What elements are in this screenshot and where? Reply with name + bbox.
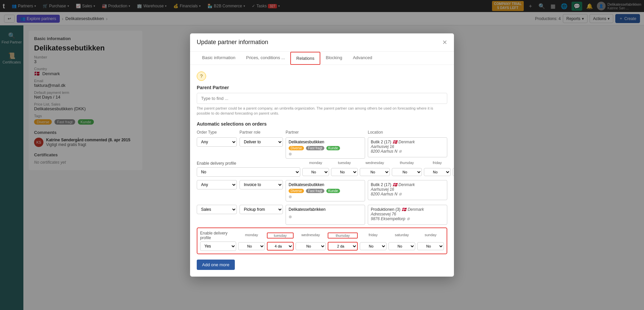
remove-location-2[interactable]: ⊗	[398, 192, 402, 196]
monday-header-2: monday	[238, 233, 265, 238]
tuesday-header-2: tuesday	[267, 232, 294, 239]
help-icon[interactable]: ?	[197, 71, 206, 81]
partner-name-2: Delikatesesbutikken	[289, 182, 362, 187]
wednesday-header-2: wednesday	[296, 233, 326, 238]
remove-location-1[interactable]: ⊗	[398, 149, 402, 154]
thursday-select-1[interactable]: No	[392, 168, 422, 176]
day-monday-header: monday	[302, 161, 329, 166]
partner-name-1: Delikatesesbutikken	[289, 140, 362, 144]
tag-kunde-2: Kunde	[326, 189, 340, 193]
tab-advanced[interactable]: Advanced	[347, 52, 377, 64]
modal-title: Update partner information	[197, 39, 268, 46]
thursday-select-2[interactable]: 2 daNo	[328, 242, 358, 251]
partner-role-select-3[interactable]: Pickup fromDeliver toInvoice to	[239, 205, 283, 214]
thursday-header-2: thursday	[328, 232, 358, 239]
parent-partner-hint: The parent partner could be a parent com…	[197, 106, 447, 116]
day-wednesday-header: wednesday	[360, 161, 390, 166]
partner-role-select-1[interactable]: Deliver toInvoice toPickup from	[239, 137, 283, 147]
tuesday-select-2[interactable]: 4 daNo	[267, 242, 294, 251]
remove-location-3[interactable]: ⊗	[407, 216, 410, 221]
partner-box-3: Delikatessefabrikken ⊗	[286, 205, 365, 225]
saturday-header-2: saturday	[388, 233, 415, 238]
monday-select-2[interactable]: NoYes	[238, 242, 265, 250]
delivery-profile-label-2: Enable delivery profile	[200, 231, 236, 240]
location-box-2: Butik 2 (17) 🇩🇰 Denmark Aarhusvej 16 820…	[368, 180, 447, 200]
order-row-2: AnySales Invoice toDeliver toPickup from…	[197, 180, 447, 201]
delivery-profile-select-2[interactable]: YesNo	[200, 242, 236, 251]
tag-kunde-1: Kunde	[326, 146, 340, 150]
partner-box-1: Delikatesesbutikken Diverse Fast fragt K…	[286, 137, 365, 159]
auto-section-title: Automatic selections on orders	[197, 121, 447, 127]
modal-body: ? Parent Partner The parent partner coul…	[190, 65, 454, 277]
order-type-select-2[interactable]: AnySales	[197, 180, 237, 189]
order-type-select-3[interactable]: SalesAnyPurchase	[197, 205, 237, 214]
location-box-3: Produktionen (3) 🇩🇰 Denmark Adressevej 7…	[368, 205, 447, 225]
parent-partner-input[interactable]	[197, 93, 447, 104]
day-friday-header: friday	[424, 161, 451, 166]
order-row-3: SalesAnyPurchase Pickup fromDeliver toIn…	[197, 205, 447, 225]
tuesday-select-1[interactable]: NoYes	[331, 168, 358, 176]
day-tuesday-header: tuesday	[331, 161, 358, 166]
location-name-1: Butik 2 (17)	[371, 140, 391, 144]
delivery-profile-row-2-highlighted: Enable delivery profile monday tuesday w…	[197, 227, 447, 254]
tag-diverse-2: Diverse	[289, 189, 304, 193]
modal-overlay: Update partner information ✕ Basic infor…	[0, 0, 644, 310]
partner-role-select-2[interactable]: Invoice toDeliver toPickup from	[239, 180, 283, 189]
tag-fastfragt-1: Fast fragt	[306, 146, 324, 150]
sunday-select-2[interactable]: No	[417, 242, 444, 250]
add-one-more-button[interactable]: Add one more	[197, 260, 235, 270]
location-box-1: Butik 2 (17) 🇩🇰 Denmark Aarhusvej 16 820…	[368, 137, 447, 157]
monday-select-1[interactable]: NoYes	[302, 168, 329, 176]
friday-select-2[interactable]: No	[360, 242, 386, 250]
parent-partner-label: Parent Partner	[197, 85, 447, 90]
tab-blocking[interactable]: Blocking	[320, 52, 347, 64]
wednesday-select-2[interactable]: No	[296, 242, 326, 250]
modal-close-button[interactable]: ✕	[442, 39, 447, 46]
remove-partner-3[interactable]: ⊗	[289, 214, 292, 219]
column-headers-row: Order Type Partner role Partner Location	[197, 130, 447, 136]
delivery-profile-row-1: Enable delivery profile monday tuesday w…	[197, 161, 447, 177]
col-location: Location	[368, 130, 447, 136]
wednesday-select-1[interactable]: No	[360, 168, 390, 176]
friday-header-2: friday	[360, 233, 386, 238]
modal-header: Update partner information ✕	[190, 33, 454, 52]
tag-fastfragt-2: Fast fragt	[306, 189, 324, 193]
delivery-profile-select-1[interactable]: NoYes	[197, 167, 300, 177]
tab-prices-conditions[interactable]: Prices, conditions ...	[241, 52, 290, 64]
col-order-type: Order Type	[197, 130, 237, 136]
update-partner-modal: Update partner information ✕ Basic infor…	[190, 33, 454, 277]
tab-basic-information[interactable]: Basic information	[197, 52, 241, 64]
delivery-profile-label-1: Enable delivery profile	[197, 161, 236, 166]
col-partner-role: Partner role	[239, 130, 283, 136]
tab-relations[interactable]: Relations	[290, 52, 320, 65]
partner-name-3: Delikatessefabrikken	[289, 207, 362, 212]
modal-tabs: Basic information Prices, conditions ...…	[190, 52, 454, 65]
friday-select-1[interactable]: No	[424, 168, 451, 176]
remove-partner-2[interactable]: ⊗	[289, 194, 292, 199]
order-row-1: AnySalesPurchase Deliver toInvoice toPic…	[197, 137, 447, 159]
saturday-select-2[interactable]: No	[388, 242, 415, 250]
remove-partner-1[interactable]: ⊗	[289, 152, 292, 156]
partner-box-2: Delikatesesbutikken Diverse Fast fragt K…	[286, 180, 365, 201]
tag-diverse-1: Diverse	[289, 146, 304, 150]
order-type-select-1[interactable]: AnySalesPurchase	[197, 137, 237, 147]
col-partner: Partner	[286, 130, 365, 136]
saturday-select-1[interactable]: No	[453, 168, 454, 176]
sunday-header-2: sunday	[417, 233, 444, 238]
day-thursday-header: thursday	[392, 161, 422, 166]
location-name-3: Produktionen (3)	[371, 207, 400, 212]
location-name-2: Butik 2 (17)	[371, 182, 391, 187]
day-saturday-header: saturday	[453, 161, 454, 166]
